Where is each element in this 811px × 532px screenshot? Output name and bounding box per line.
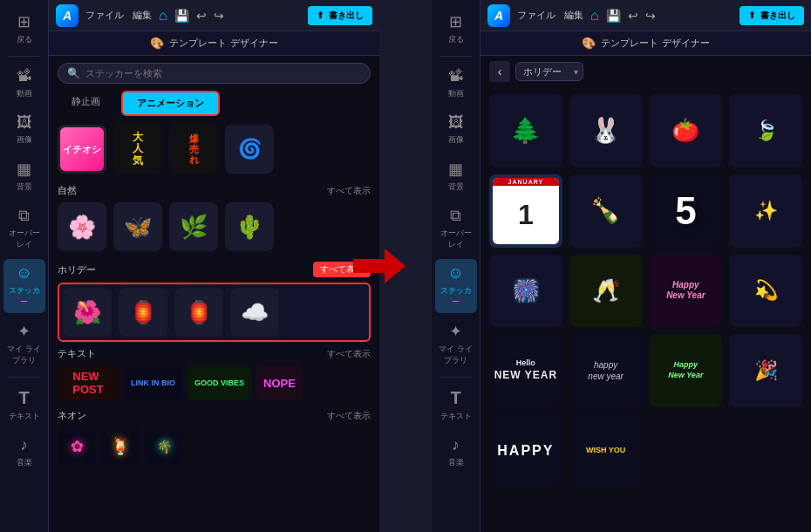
sticker-cell-stars[interactable]: ✨	[729, 174, 802, 248]
search-input-left[interactable]	[85, 68, 361, 78]
sticker-cell-wish-you[interactable]: WISH YOU	[569, 414, 643, 488]
grid-icon: ⊞	[17, 12, 31, 31]
section-neon: ネオン すべて表示 ✿ 🍹 🌴	[49, 406, 379, 467]
sticker-cell-extra1[interactable]: 🎉	[729, 334, 802, 407]
happy-ny-bold-text: HappyNew Year	[668, 360, 703, 380]
neon-sticker-2[interactable]: 🍹	[101, 427, 140, 466]
sticker-featured-2[interactable]: 大人気	[113, 125, 162, 174]
sticker-nature-4[interactable]: 🌵	[225, 202, 274, 251]
sidebar-item-overlay-left[interactable]: ⧉ オーバーレイ	[3, 201, 45, 256]
left-sidebar: ⊞ 戻る 📽 動画 🖼 画像 ▦ 背景 ⧉ オーバーレイ ☺ ステッカー ✦ マ…	[0, 0, 49, 532]
sticker-featured-3[interactable]: 爆売れ	[169, 125, 218, 174]
sticker-nature-3[interactable]: 🌿	[169, 202, 218, 251]
menu-edit-left[interactable]: 編集	[133, 9, 152, 22]
sticker-cell-sparkle[interactable]: 💫	[729, 255, 802, 328]
library-icon-right: ✦	[449, 322, 462, 341]
sticker-icon: ☺	[16, 264, 31, 283]
text-sticker-1[interactable]: NEWPOST	[58, 365, 119, 400]
menu-edit-right[interactable]: 編集	[564, 9, 583, 22]
sticker-cell-happy[interactable]: HAPPY	[489, 414, 562, 488]
sticker-cell-hello-ny[interactable]: HelloNEW YEAR	[489, 334, 562, 407]
sidebar-item-bg-right[interactable]: ▦ 背景	[435, 154, 477, 198]
sticker-cell-happy-ny-bold[interactable]: HappyNew Year	[650, 334, 723, 407]
sticker-nature-1[interactable]: 🌸	[58, 202, 106, 251]
sticker-cell-leaves[interactable]: 🍃	[729, 94, 802, 167]
holiday-title: ホリデー	[58, 263, 96, 276]
nature-title: 自然	[58, 184, 77, 197]
right-panel: ⊞ 戻る 📽 動画 🖼 画像 ▦ 背景 ⧉ オーバーレイ ☺ ステッカー ✦ マ…	[432, 0, 811, 532]
happy-ny-script-text: happynew year	[588, 359, 624, 382]
neon-sticker-1[interactable]: ✿	[58, 427, 96, 466]
tab-still[interactable]: 静止画	[58, 91, 114, 116]
sticker-cell-hny-pink[interactable]: HappyNew Year	[650, 255, 723, 328]
music-icon: ♪	[20, 436, 28, 454]
sticker-holiday-2[interactable]: 🏮	[119, 288, 167, 337]
text-sticker-3[interactable]: GOOD VIBES	[187, 365, 251, 400]
neon-more[interactable]: すべて表示	[327, 410, 371, 422]
undo-icon-right[interactable]: ↩	[628, 9, 638, 23]
sidebar-item-bg-left[interactable]: ▦ 背景	[3, 154, 45, 198]
sticker-holiday-1[interactable]: 🌺	[63, 288, 112, 337]
menu-file-right[interactable]: ファイル	[517, 9, 555, 22]
bg-icon: ▦	[17, 160, 31, 179]
sticker-cell-tomato[interactable]: 🍅	[650, 94, 723, 167]
sidebar-item-library-left[interactable]: ✦ マイ ライブラリ	[3, 317, 45, 372]
sticker-featured-1[interactable]: イチオシ	[58, 125, 106, 174]
category-dropdown[interactable]: ホリデー 自然 テキスト ネオン	[515, 62, 583, 81]
save-icon-left[interactable]: 💾	[174, 9, 189, 23]
redo-icon-left[interactable]: ↪	[214, 9, 224, 23]
sticker-cell-glasses[interactable]: 🥂	[569, 255, 643, 328]
sticker-icon-right: ☺	[447, 264, 463, 283]
sticker-cell-num5[interactable]: 5	[650, 174, 723, 248]
sidebar-item-library-right[interactable]: ✦ マイ ライブラリ	[435, 317, 477, 372]
right-sidebar: ⊞ 戻る 📽 動画 🖼 画像 ▦ 背景 ⧉ オーバーレイ ☺ ステッカー ✦ マ…	[432, 0, 480, 532]
sticker-cell-champagne[interactable]: 🍾	[569, 174, 643, 248]
sticker-nature-2[interactable]: 🦋	[113, 202, 162, 251]
text-more[interactable]: すべて表示	[327, 348, 371, 360]
sticker-cell-rabbit[interactable]: 🐰	[569, 94, 643, 167]
sticker-cell-firework[interactable]: 🎆	[489, 255, 562, 328]
export-button-left[interactable]: ⬆ 書き出し	[308, 6, 372, 25]
home-icon-left[interactable]: ⌂	[159, 8, 167, 24]
text-sticker-2[interactable]: LINK IN BIO	[124, 365, 182, 400]
nature-more[interactable]: すべて表示	[327, 185, 371, 197]
holiday-header: ホリデー すべて表示	[58, 262, 371, 277]
hny-pink-text: HappyNew Year	[666, 280, 705, 301]
sidebar-item-text-left[interactable]: T テキスト	[3, 383, 45, 427]
sidebar-item-text-right[interactable]: T テキスト	[435, 383, 477, 427]
sidebar-item-music-left[interactable]: ♪ 音楽	[3, 431, 45, 474]
text-sticker-4[interactable]: NOPE	[256, 365, 303, 400]
top-bar-menu-left: ファイル 編集	[85, 9, 152, 22]
sidebar-item-video-right[interactable]: 📽 動画	[435, 62, 477, 105]
left-scroll-area[interactable]: 🔍 静止画 アニメーション イチオシ 大人気	[49, 56, 379, 532]
neon-sticker-3[interactable]: 🌴	[145, 427, 183, 466]
right-scroll-area[interactable]: 🌲 🐰 🍅 🍃 JANUARY 1 🍾 5 ✨ 🎆 🥂	[480, 87, 811, 532]
undo-icon-left[interactable]: ↩	[196, 9, 207, 23]
export-button-right[interactable]: ⬆ 書き出し	[739, 6, 804, 25]
sticker-holiday-3[interactable]: 🏮	[174, 288, 223, 337]
sidebar-item-video-left[interactable]: 📽 動画	[3, 62, 45, 105]
sidebar-item-music-right[interactable]: ♪ 音楽	[435, 431, 477, 474]
sidebar-item-back-left[interactable]: ⊞ 戻る	[3, 7, 45, 51]
save-icon-right[interactable]: 💾	[606, 9, 621, 23]
back-button[interactable]: ‹	[489, 61, 510, 82]
text-icon: T	[18, 388, 29, 408]
export-icon-left: ⬆	[317, 10, 324, 20]
app-logo-left: A	[56, 4, 78, 27]
sidebar-item-sticker-left[interactable]: ☺ ステッカー	[3, 259, 45, 313]
sticker-cell-tree[interactable]: 🌲	[489, 94, 562, 167]
sticker-cell-happy-ny-script[interactable]: happynew year	[569, 334, 643, 407]
home-icon-right[interactable]: ⌂	[590, 8, 599, 24]
sidebar-item-back-right[interactable]: ⊞ 戻る	[435, 7, 477, 51]
sidebar-item-image-right[interactable]: 🖼 画像	[435, 108, 477, 151]
menu-file-left[interactable]: ファイル	[85, 9, 124, 22]
sidebar-item-overlay-right[interactable]: ⧉ オーバーレイ	[435, 201, 477, 256]
tab-animation[interactable]: アニメーション	[121, 91, 220, 116]
sidebar-item-sticker-right[interactable]: ☺ ステッカー	[435, 259, 477, 313]
redo-icon-right[interactable]: ↪	[645, 9, 656, 23]
sticker-holiday-4[interactable]: ☁️	[230, 288, 279, 337]
sticker-featured-4[interactable]: 🌀	[225, 125, 274, 174]
sticker-cell-calendar[interactable]: JANUARY 1	[489, 174, 562, 248]
sidebar-item-image-left[interactable]: 🖼 画像	[3, 108, 45, 151]
bg-icon-right: ▦	[448, 160, 463, 179]
